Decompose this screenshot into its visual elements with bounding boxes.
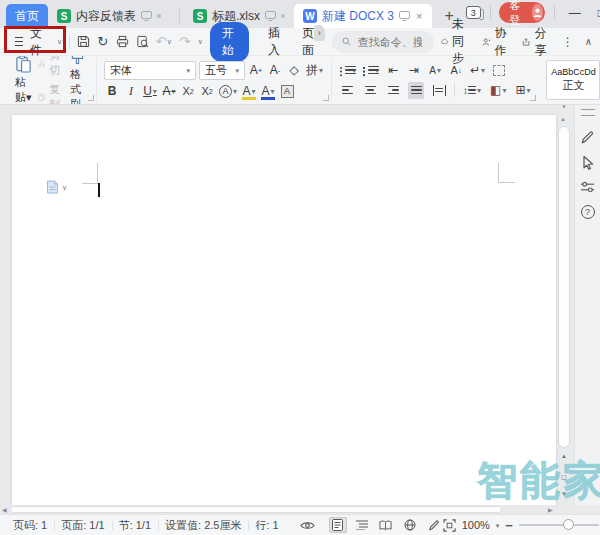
text-direction-button[interactable]: A↓: [448, 62, 464, 79]
pen-icon: [428, 519, 440, 531]
zoom-slider[interactable]: [519, 524, 599, 526]
horizontal-scrollbar-thumb[interactable]: [10, 506, 502, 513]
scroll-right-arrow[interactable]: ▶: [548, 506, 553, 514]
cut-button[interactable]: 剪切: [38, 56, 64, 78]
chevron-down-icon[interactable]: ▾: [496, 522, 500, 529]
undo-button[interactable]: ↶∨: [156, 34, 172, 49]
subscript-button[interactable]: X2: [199, 83, 215, 100]
highlight-color-button[interactable]: A▾: [241, 83, 257, 100]
maximize-button[interactable]: □: [593, 3, 600, 23]
italic-button[interactable]: I: [123, 83, 139, 100]
previous-page-button[interactable]: ▲: [557, 453, 571, 459]
shading-button[interactable]: ◧▾: [489, 82, 507, 99]
clipboard-group: 粘贴▾ 剪切 复制 格式刷: [4, 58, 96, 102]
font-color-button[interactable]: A▾: [260, 83, 276, 100]
chevron-down-icon: ▾: [172, 87, 176, 96]
select-tool-button[interactable]: [579, 153, 597, 171]
page-view-button[interactable]: [329, 517, 347, 533]
bold-button[interactable]: B: [104, 83, 120, 100]
horizontal-scrollbar[interactable]: ◀ ▶: [0, 505, 600, 514]
share-icon: [522, 36, 531, 48]
chevron-down-icon[interactable]: ∨: [57, 38, 62, 45]
zoom-slider-handle[interactable]: [563, 519, 574, 530]
chinese-layout-button[interactable]: A▾: [427, 62, 443, 79]
scroll-left-arrow[interactable]: ◀: [2, 506, 7, 514]
increase-font-button[interactable]: A+: [248, 62, 264, 79]
align-left-button[interactable]: [339, 82, 355, 99]
export-pdf-button[interactable]: ↻: [97, 34, 109, 49]
tab-close-icon[interactable]: ×: [415, 10, 423, 22]
menu-tab-insert[interactable]: 插入: [256, 22, 295, 62]
zoom-level-value[interactable]: 100%: [462, 519, 490, 531]
chevron-down-icon: ▾: [319, 66, 323, 75]
customize-toolbar-icon[interactable]: ∨: [198, 38, 203, 45]
vertical-scrollbar-thumb[interactable]: [558, 126, 570, 448]
borders-button[interactable]: ⊞▾: [514, 82, 531, 99]
menu-expand-button[interactable]: ›: [314, 25, 325, 41]
document-page[interactable]: ∨: [12, 115, 556, 505]
device-icon: [265, 11, 276, 21]
help-button[interactable]: ?: [579, 203, 597, 221]
command-search-box[interactable]: [332, 31, 434, 53]
document-options-widget[interactable]: ∨: [46, 180, 67, 194]
format-painter-button[interactable]: 格式刷: [66, 56, 89, 105]
bullet-list-button[interactable]: ▾: [339, 62, 357, 79]
vertical-scrollbar[interactable]: ∨ ▲ ▲ ◻ ▼: [557, 105, 572, 505]
outline-view-button[interactable]: [353, 517, 371, 533]
font-size-select[interactable]: 五号 ▾: [199, 61, 245, 80]
show-marks-button[interactable]: [491, 62, 507, 79]
justify-button[interactable]: [408, 82, 424, 99]
scroll-up-arrow[interactable]: ▲: [560, 116, 566, 122]
share-button[interactable]: 分享: [522, 25, 551, 59]
pinyin-guide-button[interactable]: 拼▾: [305, 62, 324, 79]
increase-indent-button[interactable]: ⇥: [406, 62, 422, 79]
underline-button[interactable]: U▾: [142, 83, 158, 100]
zoom-out-button[interactable]: −: [505, 519, 513, 532]
cloud-sync-icon: [441, 36, 448, 47]
strikethrough-button[interactable]: A▾: [161, 83, 177, 100]
scroll-collapse-icon[interactable]: ∨: [557, 105, 571, 109]
annotate-button[interactable]: [425, 517, 443, 533]
fit-page-button[interactable]: [443, 519, 456, 532]
align-right-button[interactable]: [385, 82, 401, 99]
collapse-ribbon-icon[interactable]: ∧: [585, 36, 592, 47]
pen-tool-button[interactable]: [579, 128, 597, 146]
command-search-input[interactable]: [356, 35, 424, 49]
eye-protect-button[interactable]: [300, 520, 315, 531]
next-page-button[interactable]: ▼: [557, 491, 571, 497]
text-effects-button[interactable]: A▾: [218, 83, 238, 100]
tab-doc-spreadsheet-1[interactable]: S 内容反馈表: [48, 4, 170, 28]
numbered-list-button[interactable]: ▾: [362, 62, 380, 79]
adjust-settings-button[interactable]: [579, 178, 597, 196]
decrease-font-button[interactable]: A-: [267, 62, 283, 79]
read-view-button[interactable]: [377, 517, 395, 533]
align-center-button[interactable]: [362, 82, 378, 99]
clipboard-icon: [15, 56, 32, 73]
line-break-button[interactable]: ↵▾: [469, 62, 486, 79]
clear-format-button[interactable]: ◇: [286, 62, 302, 79]
paste-button[interactable]: 粘贴▾: [11, 56, 36, 105]
status-line-number: 行: 1: [248, 518, 285, 533]
browse-object-button[interactable]: ◻: [557, 473, 571, 481]
distribute-button[interactable]: [431, 82, 447, 99]
sidebar-handle-icon[interactable]: [581, 109, 595, 116]
copy-button[interactable]: 复制: [38, 82, 64, 105]
superscript-button[interactable]: X2: [180, 83, 196, 100]
divider: [454, 83, 455, 97]
save-button[interactable]: [77, 35, 90, 48]
person-plus-icon: [482, 36, 491, 48]
print-button[interactable]: [116, 35, 129, 48]
menu-tab-page[interactable]: 页面 ›: [302, 22, 325, 62]
line-spacing-button[interactable]: ↕▾: [462, 82, 482, 99]
more-options-icon[interactable]: ⋮: [562, 35, 574, 49]
chevron-down-icon: ▾: [481, 66, 485, 75]
character-shading-button[interactable]: A: [279, 83, 295, 100]
collaborate-button[interactable]: 协作: [482, 25, 511, 59]
menu-tab-home[interactable]: 开始: [210, 22, 249, 62]
font-family-select[interactable]: 宋体 ▾: [104, 61, 196, 80]
decrease-indent-button[interactable]: ⇤: [385, 62, 401, 79]
print-preview-button[interactable]: [136, 35, 149, 48]
file-menu-button[interactable]: 文件: [10, 23, 50, 61]
web-view-button[interactable]: [401, 517, 419, 533]
redo-button[interactable]: ↷: [179, 34, 191, 49]
